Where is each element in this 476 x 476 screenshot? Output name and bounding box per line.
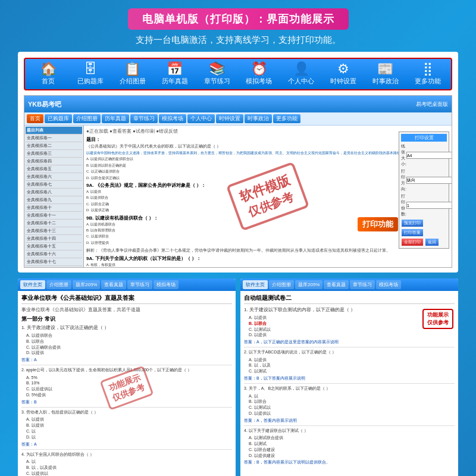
nav-item-intro[interactable]: 📋 介绍图册 xyxy=(115,62,151,86)
sw-q4-label: 9A. 下列关于全国人大的职权（以下对应的是）（ ）： xyxy=(86,255,449,262)
preview-print-button[interactable]: 预览打印 xyxy=(402,220,423,227)
sw-q1-text: （公共基础知识）关于中国人民代表大会的职权，以下说法正确的是（ ） xyxy=(86,143,449,149)
right-q3-opt-d: D. 以提供以 xyxy=(244,411,455,416)
nav-label-more: 更多功能 xyxy=(415,77,441,86)
left-panel-content: 事业单位联考《公共基础知识》直题及答案 事业单位联考《公共基础知识》直题及答案，… xyxy=(18,291,236,476)
sw-nav-ch[interactable]: 章节练习 xyxy=(130,114,158,123)
right-q2-opt-b: B. 以，以及 xyxy=(244,362,455,368)
sw-sidebar-item[interactable]: 全真模拟卷十五 xyxy=(26,243,82,250)
nav-item-past[interactable]: 📅 历年真题 xyxy=(157,62,193,86)
intro-icon: 📋 xyxy=(124,62,140,76)
sw-nav-home[interactable]: 首页 xyxy=(27,114,43,123)
sw-sidebar-item[interactable]: 全真模拟卷十七 xyxy=(26,258,82,266)
print-back-button[interactable]: 返回 xyxy=(425,239,439,246)
left-nav-past[interactable]: 查看真题 xyxy=(101,280,126,289)
sw-sidebar-item[interactable]: 全真模拟卷七 xyxy=(26,181,82,189)
title-banner: 电脑单机版（打印版）：界面功能展示 xyxy=(128,8,349,30)
right-nav-ch[interactable]: 章节练习 xyxy=(350,280,375,289)
sw-sidebar-item[interactable]: 全真模拟卷三 xyxy=(26,150,82,158)
left-panel-subtitle: 事业单位联考《公共基础知识》直题及答案，共若干道题 xyxy=(21,306,232,313)
print-input-dir[interactable] xyxy=(406,177,452,184)
right-q3-opt-a: A. 以 xyxy=(244,393,455,399)
sw-sidebar-item[interactable]: 全真模拟卷十三 xyxy=(26,227,82,235)
sw-q3-opt-c: C. 以提供联合 xyxy=(86,234,449,239)
sw-nav-intro2[interactable]: 介绍图册 xyxy=(73,114,101,123)
sw-nav-past2[interactable]: 历年真题 xyxy=(102,114,129,123)
print-answer-button[interactable]: 打印答案 xyxy=(402,229,423,236)
sw-nav-pol[interactable]: 时事政治 xyxy=(245,114,272,123)
sw-sidebar-item[interactable]: 全真模拟卷四 xyxy=(26,158,82,165)
home-icon: 🏠 xyxy=(40,62,57,76)
sw-nav-mock[interactable]: 模拟考场 xyxy=(159,114,186,123)
sw-sidebar-item[interactable]: 全真模拟卷十六 xyxy=(26,250,82,258)
print-label-copies: 打印份数: xyxy=(401,193,406,217)
right-panel-title: 自动组题测试卷二 xyxy=(244,294,455,304)
main-card: 🏠 首页 🗄 已购题库 📋 介绍图册 📅 历年真题 📚 章节练习 ⏰ 模拟 xyxy=(18,52,458,273)
right-nav-q[interactable]: 题库205% xyxy=(295,280,322,289)
right-q2-opt-c: C. 以测试 xyxy=(244,368,455,374)
left-q1-opt-d: D. 以提供 xyxy=(21,350,232,356)
left-nav-intro[interactable]: 介绍图册 xyxy=(46,280,71,289)
nav-item-home[interactable]: 🏠 首页 xyxy=(30,62,66,86)
left-q4-opt-c: C. 以提供以 xyxy=(21,471,232,476)
right-nav-home[interactable]: 软件主页 xyxy=(243,280,268,289)
sw-nav-set[interactable]: 时钟设置 xyxy=(216,114,243,123)
print-buttons: 预览打印 打印答案 全部打印 返回 xyxy=(401,219,447,246)
sw-sidebar-item[interactable]: 全真模拟卷八 xyxy=(26,189,82,196)
nav-label-purchased: 已购题库 xyxy=(77,77,104,86)
nav-label-news: 时事政治 xyxy=(372,77,399,86)
print-panel-title: 打印设置 xyxy=(401,134,447,142)
sw-sidebar-item[interactable]: 全真模拟卷十八 xyxy=(26,266,82,267)
left-nav-mock[interactable]: 模拟考场 xyxy=(154,280,178,289)
chapter-icon: 📚 xyxy=(209,62,225,76)
sw-nav-more2[interactable]: 更多功能 xyxy=(273,114,300,123)
right-q2: 2. 以下关于ABCD选项的说法，以下正确的是（ ） xyxy=(244,349,455,356)
past-icon: 📅 xyxy=(167,62,183,76)
software-screenshot: YKB易考吧 易考吧桌面版 首页 已购题库 介绍图册 历年真题 章节练习 模拟考… xyxy=(24,95,452,268)
left-q4-opt-b: B. 以，以及提供 xyxy=(21,465,232,471)
right-q4: 4. 以下关于建设联合以下测试（ ） xyxy=(244,428,455,434)
sw-sidebar-item[interactable]: 全真模拟卷十二 xyxy=(26,220,82,227)
sw-sidebar-item[interactable]: 全真模拟卷九 xyxy=(26,196,82,204)
subtitle: 支持一台电脑激活，支持离线学习，支持打印功能。 xyxy=(136,35,341,46)
nav-item-settings[interactable]: ⚙ 时钟设置 xyxy=(325,62,361,86)
left-nav-q[interactable]: 题库205% xyxy=(73,280,100,289)
left-q1-opt-b: B. 以联合 xyxy=(21,339,232,345)
print-input-paper[interactable] xyxy=(406,152,452,159)
right-q4-answer: 答案：B，答案内容展示以下说明以提供联合。 xyxy=(244,459,455,465)
print-all-button[interactable]: 全部打印 xyxy=(402,239,423,246)
left-nav-ch[interactable]: 章节练习 xyxy=(127,280,152,289)
sw-nav-per[interactable]: 个人中心 xyxy=(187,114,215,123)
right-q1-opt-d: D. 以提供 xyxy=(244,332,455,338)
nav-item-more[interactable]: ⣿ 更多功能 xyxy=(410,62,446,86)
right-panel-nav: 软件主页 介绍图册 题库205% 查看真题 章节练习 模拟考场 xyxy=(240,278,458,291)
sw-sidebar-item[interactable]: 全真模拟卷六 xyxy=(26,173,82,181)
nav-item-news[interactable]: 📰 时事政治 xyxy=(368,62,403,86)
nav-item-chapter[interactable]: 📚 章节练习 xyxy=(199,62,235,86)
sw-nav-q[interactable]: 已购题库 xyxy=(45,114,72,123)
nav-item-exam[interactable]: ⏰ 模拟考场 xyxy=(241,62,277,86)
sw-sidebar-item[interactable]: 全真模拟卷十四 xyxy=(26,235,82,243)
nav-label-home: 首页 xyxy=(42,77,55,86)
right-panel-content: 自动组题测试卷二 功能展示 仅供参考 1. 关于建设以下联合测试的内容，以下正确… xyxy=(240,291,458,469)
right-nav-mock[interactable]: 模拟考场 xyxy=(376,280,401,289)
right-q1-answer: 答案：A，以下正确的是这里是答案的内容展示说明 xyxy=(244,339,455,345)
sw-sidebar-item[interactable]: 全真模拟卷二 xyxy=(26,142,82,150)
sw-sidebar-item[interactable]: 全真模拟卷十一 xyxy=(26,212,82,220)
nav-item-purchased[interactable]: 🗄 已购题库 xyxy=(73,62,108,86)
nav-item-profile[interactable]: 👤 个人中心 xyxy=(283,62,319,86)
right-nav-past[interactable]: 查看真题 xyxy=(324,280,349,289)
right-nav-intro[interactable]: 介绍图册 xyxy=(269,280,294,289)
sw-sidebar-item[interactable]: 全真模拟卷十 xyxy=(26,204,82,212)
sw-q4-opt-a: A. 有权，有权提供 xyxy=(86,262,449,267)
right-func-label: 功能展示 仅供参考 xyxy=(422,309,453,329)
print-input-copies[interactable] xyxy=(406,202,452,209)
right-q3-opt-c: C. 以测试以 xyxy=(244,405,455,411)
sw-sidebar-item[interactable]: 全真模拟卷一 xyxy=(26,134,82,142)
purchased-icon: 🗄 xyxy=(84,62,97,76)
sw-option-b: B. 以提供以联合正确的是 xyxy=(86,163,449,168)
sw-sidebar-item[interactable]: 全真模拟卷五 xyxy=(26,165,82,173)
left-nav-home[interactable]: 软件主页 xyxy=(20,280,45,289)
news-icon: 📰 xyxy=(377,62,393,76)
right-q3-answer: 答案：A，答案内容展示说明 xyxy=(244,418,455,424)
